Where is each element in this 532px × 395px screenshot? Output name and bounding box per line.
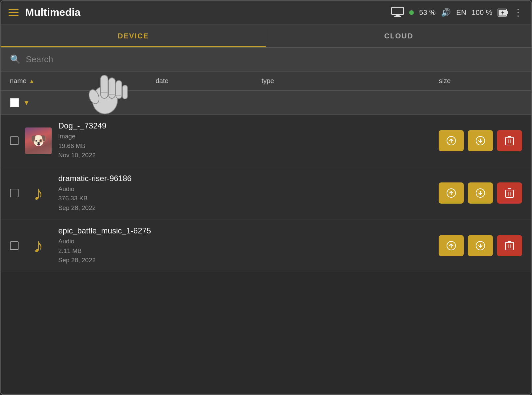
list-item: 🐶 Dog_-_73249 image19.66 MBNov 10, 2022: [1, 115, 531, 167]
file-list: 🐶 Dog_-_73249 image19.66 MBNov 10, 2022: [1, 115, 531, 272]
file-checkbox-2[interactable]: [10, 189, 19, 197]
search-icon: 🔍: [10, 54, 21, 65]
file-info-1: Dog_-_73249 image19.66 MBNov 10, 2022: [58, 121, 432, 160]
download-button-3[interactable]: [468, 235, 493, 256]
volume-percent: 100 %: [472, 8, 492, 17]
battery-percent: 53 %: [419, 8, 436, 17]
topbar-right: 53 % 🔊 EN 100 % ⋮: [391, 7, 523, 18]
app-title: Multimedia: [25, 6, 80, 19]
tab-device[interactable]: DEVICE: [1, 25, 266, 47]
list-item: ♪ dramatic-riser-96186 Audio376.33 KBSep…: [1, 167, 531, 220]
download-button-2[interactable]: [468, 182, 493, 204]
file-actions-2: [439, 182, 522, 204]
sort-asc-icon: ▲: [29, 78, 34, 84]
monitor-icon: [391, 7, 404, 18]
file-name-3: epic_battle_music_1-6275: [58, 226, 432, 235]
file-thumbnail-1: 🐶: [25, 127, 52, 154]
upload-button-1[interactable]: [439, 130, 464, 151]
language-label: EN: [456, 8, 466, 17]
file-info-2: dramatic-riser-96186 Audio376.33 KBSep 2…: [58, 174, 432, 213]
audio-icon-2: ♪: [33, 182, 43, 205]
svg-rect-8: [506, 138, 513, 145]
file-thumbnail-3: ♪: [25, 232, 52, 259]
chevron-down-icon[interactable]: ▾: [24, 98, 28, 107]
col-header-name[interactable]: name ▲: [10, 77, 156, 85]
battery-icon: [498, 8, 508, 18]
search-bar: 🔍: [1, 48, 531, 72]
menu-icon[interactable]: [9, 9, 19, 16]
file-actions-3: [439, 235, 522, 256]
topbar: Multimedia 53 % 🔊 EN 100 %: [1, 1, 531, 25]
select-all-checkbox[interactable]: [10, 98, 19, 107]
col-header-date[interactable]: date: [156, 77, 262, 85]
audio-icon-3: ♪: [33, 234, 43, 257]
delete-button-3[interactable]: [497, 235, 522, 256]
network-status-icon: [409, 10, 414, 15]
file-actions-1: [439, 130, 522, 151]
col-header-type[interactable]: type: [262, 77, 367, 85]
topbar-left: Multimedia: [9, 6, 391, 19]
download-button-1[interactable]: [468, 130, 493, 151]
file-meta-3: Audio2.11 MBSep 28, 2022: [58, 237, 432, 265]
file-meta-1: image19.66 MBNov 10, 2022: [58, 132, 432, 160]
file-checkbox-1[interactable]: [10, 136, 19, 145]
delete-button-2[interactable]: [497, 182, 522, 204]
tab-cloud[interactable]: CLOUD: [266, 25, 531, 47]
col-header-size[interactable]: size: [367, 77, 522, 85]
column-headers: name ▲ date type size: [1, 72, 531, 91]
delete-button-1[interactable]: [497, 130, 522, 151]
list-item: ♪ epic_battle_music_1-6275 Audio2.11 MBS…: [1, 220, 531, 272]
file-name-1: Dog_-_73249: [58, 121, 432, 130]
file-info-3: epic_battle_music_1-6275 Audio2.11 MBSep…: [58, 226, 432, 265]
volume-icon: 🔊: [441, 8, 451, 17]
file-thumbnail-2: ♪: [25, 180, 52, 206]
app-container: Multimedia 53 % 🔊 EN 100 %: [0, 0, 532, 395]
upload-button-3[interactable]: [439, 235, 464, 256]
file-checkbox-3[interactable]: [10, 241, 19, 250]
file-meta-2: Audio376.33 KBSep 28, 2022: [58, 184, 432, 213]
file-name-2: dramatic-riser-96186: [58, 174, 432, 183]
select-all-row: ▾: [1, 91, 531, 115]
svg-rect-2: [394, 16, 401, 17]
upload-button-2[interactable]: [439, 182, 464, 204]
svg-rect-0: [392, 7, 404, 15]
svg-rect-14: [506, 243, 513, 250]
search-input[interactable]: [26, 54, 522, 65]
svg-rect-5: [507, 11, 508, 14]
svg-rect-11: [506, 190, 513, 197]
tabs: DEVICE CLOUD: [1, 25, 531, 48]
more-options-icon[interactable]: ⋮: [513, 7, 523, 18]
